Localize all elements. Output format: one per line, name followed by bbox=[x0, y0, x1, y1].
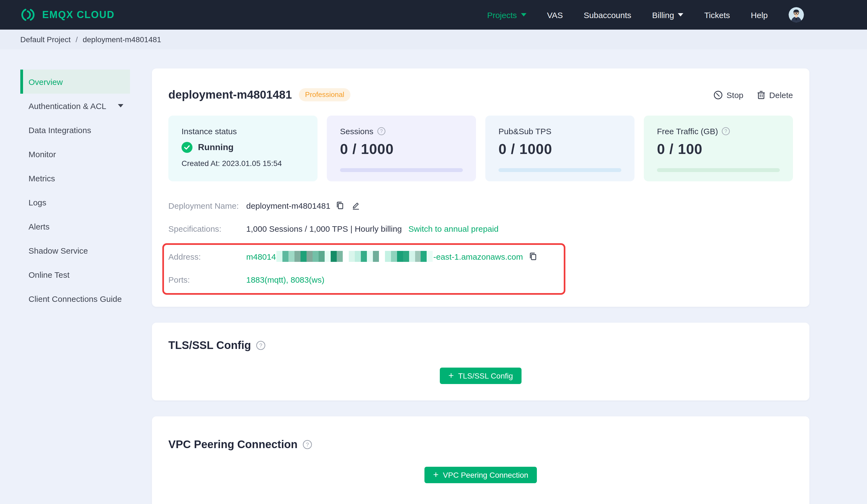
stat-instance-status: Instance status Running Created At: 2023… bbox=[168, 116, 318, 181]
sidebar-item-alerts[interactable]: Alerts bbox=[20, 214, 130, 238]
stop-icon bbox=[714, 90, 723, 99]
vpc-section-title: VPC Peering Connection bbox=[168, 438, 298, 451]
deployment-details: Deployment Name: deployment-m4801481 bbox=[168, 197, 793, 295]
help-icon[interactable]: ? bbox=[256, 341, 265, 350]
created-at: Created At: 2023.01.05 15:54 bbox=[182, 159, 304, 168]
deployment-name-value: deployment-m4801481 bbox=[246, 201, 330, 210]
sidebar-item-shadow-service[interactable]: Shadow Service bbox=[20, 238, 130, 262]
page-title: deployment-m4801481 bbox=[168, 88, 292, 101]
brand[interactable]: EMQX CLOUD bbox=[20, 7, 115, 23]
help-icon[interactable]: ? bbox=[302, 440, 312, 449]
delete-button[interactable]: Delete bbox=[757, 90, 793, 99]
specifications-row: Specifications: 1,000 Sessions / 1,000 T… bbox=[168, 220, 793, 237]
svg-text:?: ? bbox=[306, 441, 309, 448]
tls-ssl-card: TLS/SSL Config ? + TLS/SSL Config bbox=[152, 323, 810, 401]
main-content: deployment-m4801481 Professional Stop bbox=[152, 68, 810, 504]
sidebar-item-monitor[interactable]: Monitor bbox=[20, 142, 130, 166]
nav-item-help[interactable]: Help bbox=[751, 10, 768, 20]
stat-free-traffic: Free Traffic (GB) ? 0 / 100 bbox=[644, 116, 793, 181]
status-badge: Running bbox=[198, 142, 234, 152]
sessions-progress-bar bbox=[340, 168, 463, 172]
nav-item-subaccounts[interactable]: Subaccounts bbox=[584, 10, 631, 20]
traffic-progress-bar bbox=[657, 168, 780, 172]
sidebar-item-logs[interactable]: Logs bbox=[20, 190, 130, 214]
add-tls-ssl-config-button[interactable]: + TLS/SSL Config bbox=[440, 368, 522, 384]
top-nav: EMQX CLOUD Projects VAS Subaccounts Bill… bbox=[0, 0, 867, 30]
plus-icon: + bbox=[448, 371, 454, 380]
svg-text:?: ? bbox=[259, 342, 262, 348]
sidebar-item-authentication-acl[interactable]: Authentication & ACL bbox=[20, 94, 130, 118]
stat-pubsub-tps: Pub&Sub TPS 0 / 1000 bbox=[485, 116, 634, 181]
emqx-logo-icon bbox=[20, 7, 36, 23]
sidebar: Overview Authentication & ACL Data Integ… bbox=[20, 69, 130, 311]
nav-item-projects[interactable]: Projects bbox=[487, 10, 526, 20]
vpc-peering-card: VPC Peering Connection ? + VPC Peering C… bbox=[152, 416, 810, 504]
switch-annual-prepaid-link[interactable]: Switch to annual prepaid bbox=[408, 224, 499, 233]
page: EMQX CLOUD Projects VAS Subaccounts Bill… bbox=[0, 0, 867, 504]
breadcrumb: Default Project / deployment-m4801481 bbox=[0, 30, 867, 49]
chevron-down-icon bbox=[521, 13, 526, 17]
ports-row: Ports: 1883(mqtt), 8083(ws) bbox=[168, 271, 558, 288]
deployment-name-row: Deployment Name: deployment-m4801481 bbox=[168, 197, 793, 213]
svg-text:?: ? bbox=[380, 129, 383, 134]
breadcrumb-project[interactable]: Default Project bbox=[20, 35, 71, 44]
sidebar-item-overview[interactable]: Overview bbox=[20, 69, 130, 94]
address-row: Address: m48014 -east-1.amazonaws.com bbox=[168, 248, 558, 265]
nav-item-vas[interactable]: VAS bbox=[547, 10, 563, 20]
trash-icon bbox=[757, 90, 765, 99]
svg-text:?: ? bbox=[725, 129, 727, 134]
edit-deployment-name-button[interactable] bbox=[352, 201, 361, 210]
breadcrumb-separator: / bbox=[76, 35, 78, 44]
stop-button[interactable]: Stop bbox=[714, 90, 743, 99]
sidebar-item-online-test[interactable]: Online Test bbox=[20, 262, 130, 286]
address-prefix: m48014 bbox=[246, 252, 276, 261]
address-suffix: -east-1.amazonaws.com bbox=[433, 252, 523, 261]
add-vpc-peering-button[interactable]: + VPC Peering Connection bbox=[424, 467, 537, 483]
address-redaction bbox=[276, 251, 433, 262]
ports-value: 1883(mqtt), 8083(ws) bbox=[246, 275, 324, 284]
tls-section-title: TLS/SSL Config bbox=[168, 339, 251, 352]
copy-deployment-name-button[interactable] bbox=[336, 201, 345, 210]
plus-icon: + bbox=[433, 470, 438, 479]
user-avatar[interactable] bbox=[789, 7, 804, 22]
nav-item-tickets[interactable]: Tickets bbox=[704, 10, 730, 20]
chevron-down-icon bbox=[678, 13, 683, 17]
pubsub-progress-bar bbox=[499, 168, 621, 172]
plan-badge: Professional bbox=[299, 88, 351, 101]
sidebar-item-client-connections-guide[interactable]: Client Connections Guide bbox=[20, 286, 130, 311]
stats-row: Instance status Running Created At: 2023… bbox=[168, 116, 793, 181]
annotation-highlight-box: Address: m48014 -east-1.amazonaws.com bbox=[162, 243, 565, 295]
stat-sessions: Sessions ? 0 / 1000 bbox=[327, 116, 476, 181]
copy-address-button[interactable] bbox=[528, 252, 537, 261]
brand-name: EMQX CLOUD bbox=[42, 9, 115, 21]
sidebar-item-data-integrations[interactable]: Data Integrations bbox=[20, 118, 130, 142]
help-icon[interactable]: ? bbox=[377, 127, 386, 135]
chevron-down-icon bbox=[118, 104, 124, 107]
specifications-value: 1,000 Sessions / 1,000 TPS | Hourly bill… bbox=[246, 224, 402, 233]
breadcrumb-current: deployment-m4801481 bbox=[83, 35, 161, 44]
deployment-overview-card: deployment-m4801481 Professional Stop bbox=[152, 68, 810, 307]
sidebar-item-metrics[interactable]: Metrics bbox=[20, 166, 130, 190]
help-icon[interactable]: ? bbox=[722, 127, 730, 135]
nav-item-billing[interactable]: Billing bbox=[652, 10, 683, 20]
nav-items: Projects VAS Subaccounts Billing Tickets… bbox=[487, 7, 804, 22]
check-circle-icon bbox=[182, 142, 192, 153]
